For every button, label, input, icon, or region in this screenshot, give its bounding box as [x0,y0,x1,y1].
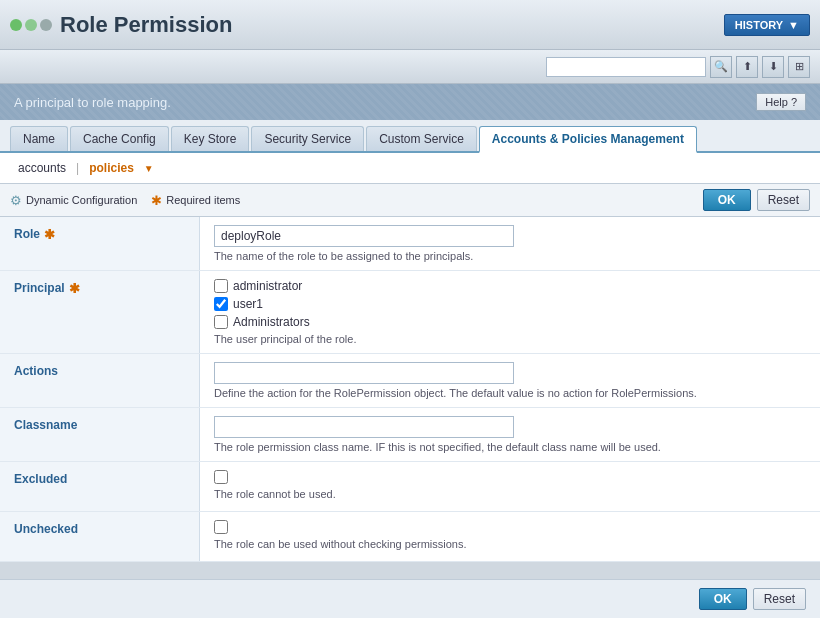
principal-content: administrator user1 Administrators The u… [200,271,820,353]
logo-circle-green2 [25,19,37,31]
help-button[interactable]: Help ? [756,93,806,111]
principal-row: Principal ✱ administrator user1 Administ… [0,271,820,354]
form-area: Role ✱ The name of the role to be assign… [0,217,820,562]
tabs-row: Name Cache Config Key Store Security Ser… [0,120,820,153]
administrator-label: administrator [233,279,302,293]
actions-label: Actions [0,354,200,407]
classname-row: Classname The role permission class name… [0,408,820,462]
user1-label: user1 [233,297,263,311]
star-icon: ✱ [151,193,162,208]
bottom-reset-button[interactable]: Reset [753,588,806,610]
help-label: Help [765,96,788,108]
help-icon: ? [791,96,797,108]
role-row: Role ✱ The name of the role to be assign… [0,217,820,271]
bottom-bar: OK Reset [0,579,820,618]
principal-option-user1: user1 [214,297,806,311]
sub-nav-accounts[interactable]: accounts [14,159,70,177]
banner: A principal to role mapping. Help ? [0,84,820,120]
unchecked-checkbox[interactable] [214,520,228,534]
unchecked-content: The role can be used without checking pe… [200,512,820,561]
dropdown-arrow-icon: ▼ [788,19,799,31]
bottom-ok-button[interactable]: OK [699,588,747,610]
actions-row: Actions Define the action for the RolePe… [0,354,820,408]
sub-nav-separator: | [76,161,79,175]
dynamic-config-item: ⚙ Dynamic Configuration [10,193,137,208]
search-input[interactable] [546,57,706,77]
actions-hint: Define the action for the RolePermission… [214,387,806,399]
tab-custom-service[interactable]: Custom Service [366,126,477,151]
search-bar: 🔍 ⬆ ⬇ ⊞ [0,50,820,84]
logo-circle-green [10,19,22,31]
settings-button[interactable]: ⊞ [788,56,810,78]
sub-nav-policies[interactable]: policies [85,159,138,177]
excluded-hint: The role cannot be used. [214,488,806,500]
policies-dropdown-icon[interactable]: ▼ [144,163,154,174]
actions-input[interactable] [214,362,514,384]
unchecked-label: Unchecked [0,512,200,561]
required-items-label: Required items [166,194,240,206]
history-button[interactable]: HISTORY ▼ [724,14,810,36]
logo-circle-gray [40,19,52,31]
toolbar-buttons: OK Reset [703,189,810,211]
classname-content: The role permission class name. IF this … [200,408,820,461]
toolbar-ok-button[interactable]: OK [703,189,751,211]
tab-key-store[interactable]: Key Store [171,126,250,151]
unchecked-hint: The role can be used without checking pe… [214,538,806,550]
excluded-content: The role cannot be used. [200,462,820,511]
administrators-label: Administrators [233,315,310,329]
principal-option-administrators: Administrators [214,315,806,329]
upload-button[interactable]: ⬆ [736,56,758,78]
excluded-checkbox-row [214,470,806,484]
download-button[interactable]: ⬇ [762,56,784,78]
search-button[interactable]: 🔍 [710,56,732,78]
excluded-checkbox[interactable] [214,470,228,484]
tab-cache-config[interactable]: Cache Config [70,126,169,151]
dynamic-config-label: Dynamic Configuration [26,194,137,206]
principal-required-star: ✱ [69,281,80,296]
page-title: Role Permission [60,12,232,38]
role-label: Role ✱ [0,217,200,270]
history-label: HISTORY [735,19,783,31]
excluded-row: Excluded The role cannot be used. [0,462,820,512]
role-content: The name of the role to be assigned to t… [200,217,820,270]
administrators-checkbox[interactable] [214,315,228,329]
toolbar-reset-button[interactable]: Reset [757,189,810,211]
top-bar: Role Permission HISTORY ▼ [0,0,820,50]
role-hint: The name of the role to be assigned to t… [214,250,806,262]
role-required-star: ✱ [44,227,55,242]
role-input[interactable] [214,225,514,247]
administrator-checkbox[interactable] [214,279,228,293]
tab-security-service[interactable]: Security Service [251,126,364,151]
toolbar: ⚙ Dynamic Configuration ✱ Required items… [0,184,820,217]
classname-label: Classname [0,408,200,461]
actions-content: Define the action for the RolePermission… [200,354,820,407]
tab-accounts-policies[interactable]: Accounts & Policies Management [479,126,697,153]
unchecked-row: Unchecked The role can be used without c… [0,512,820,562]
gear-icon: ⚙ [10,193,22,208]
principal-option-administrator: administrator [214,279,806,293]
tab-name[interactable]: Name [10,126,68,151]
required-items-item: ✱ Required items [151,193,240,208]
logo [10,19,52,31]
user1-checkbox[interactable] [214,297,228,311]
toolbar-left: ⚙ Dynamic Configuration ✱ Required items [10,193,240,208]
principal-hint: The user principal of the role. [214,333,806,345]
unchecked-checkbox-row [214,520,806,534]
excluded-label: Excluded [0,462,200,511]
classname-hint: The role permission class name. IF this … [214,441,806,453]
page-title-area: Role Permission [10,12,232,38]
sub-nav: accounts | policies ▼ [0,153,820,184]
classname-input[interactable] [214,416,514,438]
principal-label: Principal ✱ [0,271,200,353]
banner-text: A principal to role mapping. [14,95,171,110]
